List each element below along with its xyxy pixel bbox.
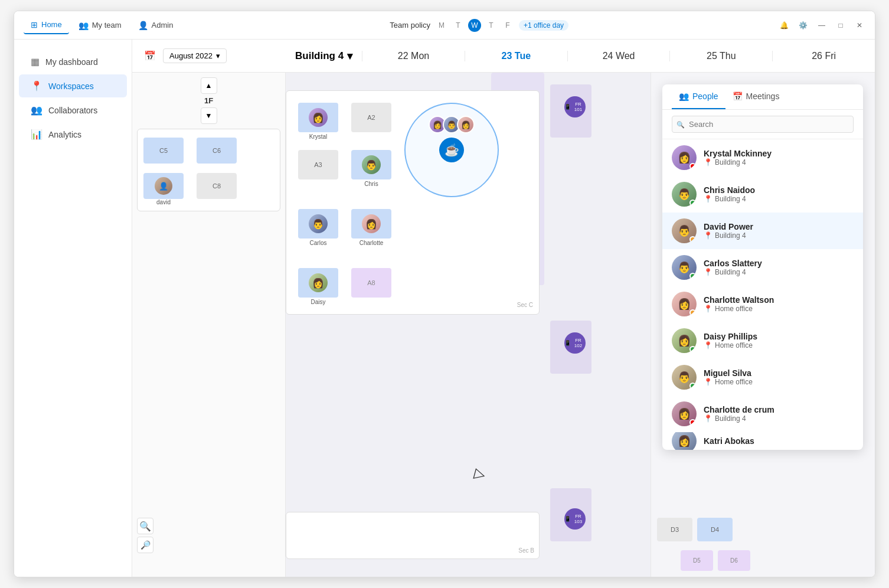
building-dropdown-icon: ▾: [347, 50, 352, 63]
desk-daisy[interactable]: 👩 Daisy: [298, 268, 338, 305]
zoom-out-button[interactable]: 🔎: [137, 537, 153, 553]
workspaces-icon: 📍: [31, 80, 43, 92]
grouped-avatars: 👩 👨 👩: [429, 116, 475, 133]
room-fr103-badge[interactable]: 📱FR 103: [564, 508, 586, 530]
sidebar-item-workspaces[interactable]: 📍 Workspaces: [19, 74, 127, 97]
zoom-in-button[interactable]: 🔍: [137, 518, 153, 534]
main-layout: ▦ My dashboard 📍 Workspaces 👥 Collaborat…: [14, 40, 875, 577]
person-item-krystal[interactable]: 👩 Krystal Mckinney 📍 Building 4: [662, 139, 863, 176]
chevron-down-icon: ▾: [216, 51, 220, 60]
desk-d5[interactable]: D5: [681, 550, 713, 571]
name-carlos: Carlos Slattery: [704, 259, 854, 268]
zoom-controls: 🔍 🔎: [137, 518, 153, 553]
person-item-charlotte-w[interactable]: 👩 Charlotte Waltson 📍 Home office: [662, 286, 863, 322]
desk-d6[interactable]: D6: [718, 550, 750, 571]
minimize-button[interactable]: —: [816, 19, 828, 31]
person-item-chris[interactable]: 👨 Chris Naidoo 📍 Building 4: [662, 176, 863, 213]
desk-a2[interactable]: A2: [351, 103, 391, 132]
desk-carlos-label: Carlos: [310, 240, 327, 246]
day-T: T: [452, 19, 465, 32]
main-desk-section: 👩 Krystal A2 👩: [286, 90, 540, 315]
person-info-david: David Power 📍 Building 4: [704, 222, 854, 240]
avatar-charlotte-w: 👩: [672, 292, 697, 316]
office-day-badge[interactable]: +1 office day: [519, 20, 568, 31]
close-button[interactable]: ✕: [854, 19, 865, 31]
desk-krystal[interactable]: 👩 Krystal: [298, 103, 338, 140]
month-selector[interactable]: August 2022 ▾: [163, 48, 227, 63]
section-c-top: C5 C6 👤 david: [137, 129, 280, 211]
person-list: 👩 Krystal Mckinney 📍 Building 4: [662, 139, 863, 450]
day-F: F: [501, 19, 514, 32]
person-item-charlotte-c[interactable]: 👩 Charlotte de crum 📍 Building 4: [662, 396, 863, 432]
tab-home[interactable]: ⊞ Home: [24, 17, 69, 34]
person-item-miguel[interactable]: 👨 Miguel Silva 📍 Home office: [662, 359, 863, 396]
building-selector[interactable]: Building 4 ▾: [286, 50, 362, 63]
sidebar-item-collaborators[interactable]: 👥 Collaborators: [19, 99, 127, 122]
title-bar-center: Team policy M T W T F +1 office day: [180, 19, 778, 32]
name-david: David Power: [704, 222, 854, 231]
day-columns: 22 Mon 23 Tue 24 Wed 25 Thu 26 Fri: [362, 51, 875, 61]
title-bar-right: 🔔 ⚙️ — □ ✕: [778, 19, 865, 31]
floor-down-button[interactable]: ▼: [201, 107, 217, 124]
maximize-button[interactable]: □: [835, 19, 846, 31]
person-info-charlotte-c: Charlotte de crum 📍 Building 4: [704, 405, 854, 423]
person-item-katri[interactable]: 👩 Katri Abokas: [662, 432, 863, 450]
collaborators-icon: 👥: [31, 104, 43, 116]
desk-c6[interactable]: C6: [197, 138, 237, 164]
floor-label: 1F: [204, 96, 213, 105]
person-item-david[interactable]: 👨 David Power 📍 Building 4: [662, 213, 863, 249]
desk-d4[interactable]: D4: [697, 518, 733, 541]
avatar-miguel: 👨: [672, 365, 697, 390]
desk-david-label: david: [156, 199, 171, 205]
person-item-daisy[interactable]: 👩 Daisy Phillips 📍 Home office: [662, 322, 863, 359]
people-search-input[interactable]: [672, 116, 854, 133]
policy-label: Team policy: [390, 21, 430, 30]
location-carlos: 📍 Building 4: [704, 268, 854, 276]
notification-button[interactable]: 🔔: [778, 19, 790, 31]
desk-c8[interactable]: C8: [197, 173, 237, 199]
desk-c5[interactable]: C5: [143, 138, 184, 164]
desk-carlos[interactable]: 👨 Carlos: [298, 209, 338, 246]
desk-david[interactable]: 👤 david: [143, 173, 184, 205]
floor-controls: ▲ 1F ▼ C5 C6: [132, 73, 286, 577]
people-panel: 👥 People 📅 Meetings: [662, 84, 863, 450]
title-bar: ⊞ Home 👥 My team 👤 Admin Team policy M T…: [14, 11, 875, 40]
desk-chris[interactable]: 👨 Chris: [351, 150, 391, 187]
person-info-katri: Katri Abokas: [704, 436, 854, 446]
room-fr102-badge[interactable]: 📱FR 102: [564, 332, 586, 354]
floor-up-button[interactable]: ▲: [201, 77, 217, 94]
sec-c-label: Sec C: [517, 302, 533, 308]
avatar-katri: 👩: [672, 432, 697, 450]
avatar-charlotte-c: 👩: [672, 401, 697, 426]
name-daisy: Daisy Phillips: [704, 332, 854, 341]
desk-d3[interactable]: D3: [657, 518, 692, 541]
right-col-wed: ? 120 ? 121 Sec D D3 D4: [651, 73, 875, 577]
desk-charlotte[interactable]: 👩 Charlotte: [351, 209, 391, 246]
tab-people[interactable]: 👥 People: [672, 84, 725, 109]
location-krystal: 📍 Building 4: [704, 158, 854, 166]
sidebar-item-analytics[interactable]: 📊 Analytics: [19, 123, 127, 146]
policy-days: M T W T F: [435, 19, 514, 32]
desk-a3[interactable]: A3: [298, 150, 338, 179]
settings-button[interactable]: ⚙️: [797, 19, 809, 31]
myteam-icon: 👥: [79, 21, 89, 30]
status-charlotte-c: [689, 419, 696, 426]
sidebar-item-dashboard[interactable]: ▦ My dashboard: [19, 50, 127, 73]
floor-map[interactable]: 📱FR 101 👩 Krystal A2: [286, 73, 651, 577]
krystal-avatar: 👩: [309, 108, 328, 127]
desk-daisy-label: Daisy: [311, 299, 325, 305]
tab-myteam[interactable]: 👥 My team: [71, 17, 129, 34]
calendar-icon[interactable]: 📅: [142, 48, 158, 64]
day-W: W: [468, 19, 481, 32]
desk-a8[interactable]: A8: [351, 268, 391, 298]
location-chris: 📍 Building 4: [704, 195, 854, 203]
tab-admin[interactable]: 👤 Admin: [131, 17, 181, 34]
grouped-av3: 👩: [457, 116, 475, 133]
desk-row-d3d4: D3 D4: [657, 518, 733, 541]
location-icon: 📍: [704, 231, 712, 240]
search-wrap: [672, 116, 854, 133]
room-fr101-badge[interactable]: 📱FR 101: [564, 96, 586, 117]
person-item-carlos[interactable]: 👨 Carlos Slattery 📍 Building 4: [662, 249, 863, 286]
day-col-26: 26 Fri: [772, 51, 875, 61]
tab-meetings[interactable]: 📅 Meetings: [725, 84, 787, 109]
